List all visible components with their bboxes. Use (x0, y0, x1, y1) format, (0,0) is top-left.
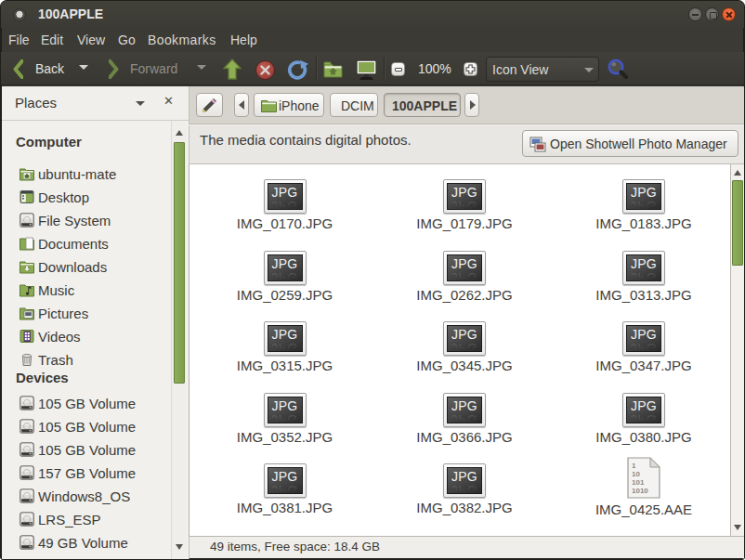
svg-text:1010: 1010 (632, 487, 648, 495)
svg-text:101: 101 (632, 478, 645, 487)
svg-text:10: 10 (632, 470, 640, 478)
svg-text:1: 1 (632, 462, 636, 470)
